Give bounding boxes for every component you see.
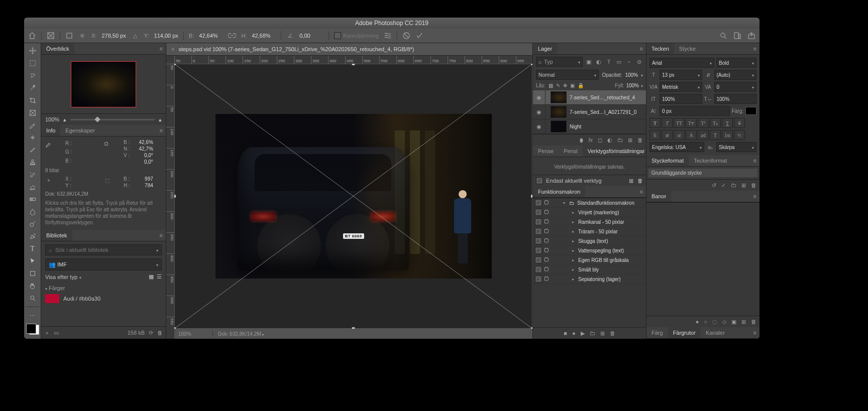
action-name[interactable]: Sepiatoning (lager) — [578, 277, 644, 282]
horizontal-ruler[interactable]: 5005010015020025030035040045050055060065… — [174, 56, 532, 64]
action-name[interactable]: Egen RGB till gråskala — [578, 257, 644, 263]
action-enabled-checkbox[interactable] — [535, 276, 542, 283]
tool-presets-tab[interactable]: Verktygsförinställningar — [583, 146, 650, 157]
library-filter-label[interactable]: Visa efter typ — [45, 274, 77, 280]
actions-tab[interactable]: Funktionsmakron — [533, 186, 585, 197]
action-dialog-icon[interactable]: ▢ — [544, 266, 549, 273]
properties-tab[interactable]: Egenskaper — [60, 125, 100, 136]
action-dialog-icon[interactable]: ▢ — [544, 247, 549, 254]
group-icon[interactable]: 🗀 — [617, 137, 623, 143]
lasso-tool[interactable] — [26, 71, 39, 80]
layer-thumbnail[interactable] — [551, 91, 567, 103]
new-path-icon[interactable]: ⊞ — [741, 319, 746, 325]
paths-menu-icon[interactable] — [750, 193, 759, 199]
layer-filter-type[interactable]: ⌕Typ — [536, 57, 583, 67]
action-row[interactable]: ▢▸Smält bly — [533, 265, 646, 275]
action-dialog-icon[interactable]: ▢ — [544, 237, 549, 244]
library-group[interactable]: Färger — [49, 285, 65, 291]
paths-tab[interactable]: Banor — [646, 191, 671, 202]
paragraph-tab[interactable]: Stycke — [674, 43, 701, 54]
character-styles-tab[interactable]: Teckenformat — [689, 155, 732, 166]
paths-list[interactable] — [646, 202, 759, 316]
navigator-zoom-slider[interactable] — [70, 119, 155, 120]
action-name[interactable]: Vattenspegling (text) — [578, 248, 644, 253]
w-value[interactable]: 42,64% — [199, 33, 223, 39]
play-icon[interactable]: ▶ — [581, 330, 585, 337]
title-bar[interactable]: Adobe Photoshop CC 2019 — [24, 18, 759, 29]
commit-transform-icon[interactable] — [415, 32, 423, 40]
new-layer-icon[interactable]: ⊞ — [628, 137, 632, 144]
redefine-style-icon[interactable]: ✓ — [721, 182, 726, 189]
path-select-tool[interactable] — [26, 256, 39, 266]
lock-pixels-icon[interactable]: ▩ — [549, 83, 553, 88]
eraser-tool[interactable] — [26, 182, 39, 192]
layer-row[interactable]: ◉ 7-series_Sed…l_A0217291_0 — [533, 105, 646, 119]
fg-color-swatch[interactable] — [26, 324, 36, 334]
new-action-icon[interactable]: ⊞ — [600, 330, 605, 337]
zoom-tool[interactable] — [26, 294, 39, 303]
cancel-transform-icon[interactable] — [402, 32, 410, 40]
underline[interactable]: T — [722, 118, 733, 128]
strikethrough[interactable]: T — [734, 118, 745, 128]
ligatures[interactable]: fi — [649, 130, 661, 140]
baseline-field[interactable]: 0 px — [660, 106, 730, 116]
record-icon[interactable]: ● — [572, 330, 576, 336]
action-enabled-checkbox[interactable] — [535, 237, 542, 244]
action-dialog-icon[interactable]: ▢ — [544, 276, 549, 283]
pstyles-menu-icon[interactable] — [750, 158, 759, 164]
faux-bold[interactable]: T — [649, 118, 661, 128]
eyedropper-tool[interactable] — [26, 120, 39, 130]
language-select[interactable]: Engelska: USA — [649, 142, 704, 152]
new-set-icon[interactable]: 🗀 — [590, 330, 595, 336]
y-value[interactable]: 114,00 px — [154, 33, 178, 39]
action-row[interactable]: ▢▸Träram - 50 pixlar — [533, 227, 646, 236]
libraries-tab[interactable]: Bibliotek — [41, 230, 72, 241]
reference-point-icon[interactable] — [65, 32, 73, 40]
add-group-icon[interactable]: ▭ — [54, 330, 59, 336]
trash-icon[interactable]: 🗑 — [157, 330, 163, 336]
superscript[interactable]: T¹ — [698, 118, 709, 128]
action-dialog-icon[interactable]: ▢ — [544, 228, 549, 235]
selection-to-path-icon[interactable]: ◇ — [722, 319, 726, 325]
link-wh-icon[interactable] — [228, 32, 236, 40]
action-name[interactable]: Vinjett (markering) — [578, 210, 644, 215]
angle-value[interactable]: 0,00 — [299, 33, 323, 39]
document-tab[interactable]: × steps.psd vid 100% (7-series_Sedan_G12… — [166, 43, 532, 56]
swatches-tab[interactable]: Färgrutor — [668, 327, 701, 338]
filter-adjust-icon[interactable]: ◐ — [595, 58, 603, 66]
visibility-icon[interactable]: ◉ — [533, 105, 546, 119]
action-enabled-checkbox[interactable] — [535, 199, 542, 206]
character-tab[interactable]: Tecken — [646, 43, 674, 54]
action-set-name[interactable]: Standardfunktionsmakron — [577, 200, 644, 206]
action-dialog-icon[interactable]: ▢ — [544, 256, 549, 263]
action-enabled-checkbox[interactable] — [535, 256, 542, 263]
navigator-menu-icon[interactable] — [157, 46, 166, 52]
text-color-swatch[interactable] — [745, 107, 756, 115]
filter-pixel-icon[interactable]: ▣ — [585, 58, 593, 66]
list-view-icon[interactable]: ☰ — [157, 273, 162, 280]
search-icon[interactable] — [719, 32, 727, 40]
home-icon[interactable] — [28, 32, 36, 40]
smallcaps[interactable]: Tᴛ — [686, 118, 697, 128]
lock-brush-icon[interactable]: ✎ — [556, 83, 560, 88]
layer-row[interactable]: ◉ 7-series_Sed…_retouched_4 — [533, 90, 646, 105]
oldstyle[interactable]: ơ — [662, 130, 673, 140]
clear-override-icon[interactable]: ↺ — [712, 182, 716, 189]
blend-mode-select[interactable]: Normal — [536, 70, 599, 80]
transform-box[interactable] — [174, 64, 532, 329]
lock-position-icon[interactable]: ✥ — [563, 83, 567, 88]
layer-name-label[interactable]: 7-series_Sed…l_A0217291_0 — [570, 109, 643, 115]
layer-row[interactable]: ◉ Night — [533, 119, 646, 134]
sync-icon[interactable]: ⟳ — [149, 330, 153, 336]
action-row[interactable]: ▢▸Ramkanal - 50 pixlar — [533, 217, 646, 227]
hscale-field[interactable]: 100% — [714, 94, 757, 104]
mask-icon[interactable]: ◻ — [598, 137, 602, 144]
history-brush-tool[interactable] — [26, 170, 39, 179]
blur-tool[interactable] — [26, 207, 39, 216]
action-enabled-checkbox[interactable] — [535, 228, 542, 235]
library-search[interactable]: ⌕ Sök i aktuellt bibliotek — [45, 244, 162, 255]
close-tab-icon[interactable]: × — [171, 46, 174, 52]
dodge-tool[interactable] — [26, 219, 39, 229]
hand-tool[interactable] — [26, 281, 39, 291]
wand-tool[interactable] — [26, 83, 39, 93]
